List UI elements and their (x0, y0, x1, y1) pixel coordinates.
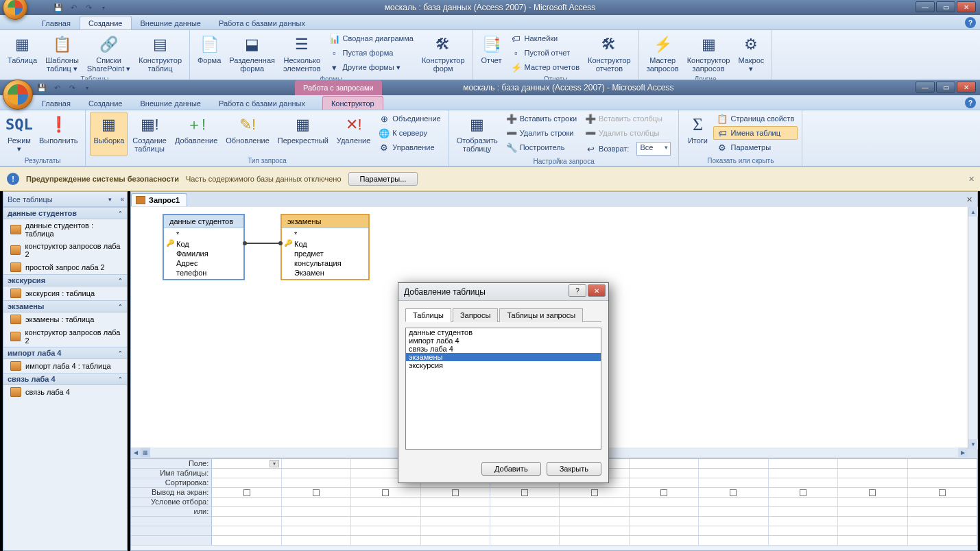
tab-dbtools[interactable]: Работа с базами данных (210, 96, 314, 110)
nav-item[interactable]: конструктор запросов лаба 2 (3, 240, 127, 260)
qbe-cell[interactable] (908, 507, 977, 516)
qbe-cell[interactable] (769, 536, 838, 545)
dialog-add-button[interactable]: Добавить (481, 462, 541, 476)
rb-report-ctor[interactable]: 🛠Конструктор отчетов (584, 32, 634, 75)
qbe-cell[interactable] (838, 459, 907, 468)
checkbox[interactable] (660, 489, 667, 496)
dialog-list-item[interactable]: данные студентов (406, 328, 601, 336)
qbe-cell[interactable] (212, 469, 281, 478)
qbe-cell[interactable] (630, 459, 699, 468)
rb-repwizard[interactable]: ⚡Мастер отчетов (507, 60, 583, 74)
close-bg[interactable]: ✕ (957, 1, 976, 12)
qbe-cell[interactable] (838, 498, 907, 506)
doc-close[interactable]: ✕ (964, 194, 975, 205)
qbe-cell[interactable] (699, 488, 768, 497)
nav-item[interactable]: данные студентов : таблица (3, 219, 127, 240)
qbe-cell[interactable] (490, 507, 560, 516)
min-fg[interactable]: — (916, 82, 935, 93)
rb-builder[interactable]: 🔧Построитель (503, 140, 580, 154)
rb-crosstab[interactable]: ▦Перекрестный (274, 112, 332, 156)
qbe-cell[interactable] (212, 507, 281, 516)
qbe-cell[interactable] (212, 517, 281, 526)
qbe-cell[interactable] (560, 507, 629, 516)
rb-table[interactable]: ▦Таблица (4, 32, 40, 75)
rb-pivot[interactable]: 📊Сводная диаграмма (326, 32, 417, 45)
vscroll[interactable]: ▲ ▼ (968, 207, 977, 449)
checkbox[interactable] (243, 489, 250, 496)
checkbox[interactable] (939, 489, 946, 496)
qbe-cell[interactable] (490, 498, 560, 506)
qbe-cell[interactable] (838, 526, 907, 535)
vscroll-down[interactable]: ▼ (968, 439, 978, 449)
dialog-list-item[interactable]: экскурсия (406, 361, 601, 369)
office-button[interactable] (3, 79, 33, 110)
help-bg[interactable]: ? (965, 17, 976, 28)
qat-dd[interactable]: ▾ (81, 82, 93, 94)
qbe-cell[interactable] (282, 488, 351, 497)
qbe-cell[interactable] (421, 488, 490, 497)
qbe-cell[interactable] (630, 478, 699, 487)
qbe-cell[interactable] (769, 526, 838, 535)
table-field[interactable]: * (164, 230, 243, 239)
qbe-cell[interactable] (769, 478, 838, 487)
rb-propsheet[interactable]: 📋Страница свойств (713, 112, 798, 125)
relation-line[interactable] (245, 243, 280, 244)
nav-collapse-icon[interactable]: « (120, 195, 124, 203)
qbe-cell[interactable] (838, 507, 907, 516)
qbe-cell[interactable] (282, 517, 351, 526)
rb-qwizard[interactable]: ⚡Мастер запросов (643, 32, 682, 75)
table-box[interactable]: экзамены*КодпредметконсультацияЭкзамен (280, 214, 370, 280)
qbe-cell[interactable] (212, 536, 281, 545)
hscroll-left[interactable]: ◀ (131, 448, 141, 457)
max-bg[interactable]: ▭ (936, 1, 955, 12)
qbe-cell[interactable] (421, 517, 490, 526)
help-fg[interactable]: ? (965, 97, 976, 108)
qbe-cell[interactable] (769, 488, 838, 497)
rb-params[interactable]: ⚙Параметры (713, 140, 798, 154)
table-box[interactable]: данные студентов*КодФамилияАдрестелефон (163, 214, 245, 280)
tab-bg-dbtools[interactable]: Работа с базами данных (210, 16, 314, 29)
table-field[interactable]: Экзамен (282, 268, 368, 278)
dialog-tab[interactable]: Таблицы (405, 308, 451, 322)
qbe-cell[interactable] (908, 469, 977, 478)
nav-cat[interactable]: связь лаба 4⌃ (3, 373, 127, 385)
qat-undo[interactable]: ↶ (51, 82, 63, 94)
qbe-cell[interactable] (769, 517, 838, 526)
qbe-cell[interactable] (351, 526, 420, 535)
dialog-close-x[interactable]: ✕ (588, 284, 606, 297)
dialog-list-item[interactable]: связь лаба 4 (406, 345, 601, 353)
qbe-cell[interactable] (560, 536, 629, 545)
qbe-cell[interactable] (351, 507, 420, 516)
qbe-cell[interactable] (351, 536, 420, 545)
rb-report[interactable]: 📑Отчет (477, 32, 506, 75)
qbe-cell[interactable] (908, 526, 977, 535)
qbe-cell[interactable] (838, 488, 907, 497)
rb-macro[interactable]: ⚙Макрос ▾ (734, 32, 767, 75)
qbe-cell[interactable] (699, 517, 768, 526)
dialog-close-button[interactable]: Закрыть (547, 462, 601, 476)
qbe-cell[interactable] (282, 526, 351, 535)
qat-dd-bg[interactable]: ▾ (97, 1, 110, 14)
checkbox[interactable] (800, 489, 806, 496)
qbe-cell[interactable] (769, 469, 838, 478)
qat-save[interactable]: 💾 (36, 82, 48, 94)
qbe-cell[interactable] (490, 536, 560, 545)
tab-create[interactable]: Создание (80, 96, 132, 110)
table-field[interactable]: предмет (282, 249, 368, 258)
nav-cat[interactable]: экзамены⌃ (3, 300, 127, 313)
rb-update[interactable]: ✎!Обновление (222, 112, 273, 156)
qbe-cell[interactable] (212, 498, 281, 506)
dialog-tab[interactable]: Таблицы и запросы (499, 308, 583, 322)
vscroll-up[interactable]: ▲ (968, 207, 978, 217)
rb-blankform[interactable]: ▫Пустая форма (326, 46, 417, 60)
table-field[interactable]: Код (164, 239, 243, 249)
checkbox[interactable] (313, 489, 320, 496)
checkbox[interactable] (869, 489, 876, 496)
tab-home[interactable]: Главная (33, 96, 80, 110)
qbe-cell[interactable] (630, 488, 699, 497)
checkbox[interactable] (591, 489, 598, 496)
rb-sharepoint[interactable]: 🔗Списки SharePoint ▾ (84, 32, 134, 75)
nav-cat[interactable]: данные студентов⌃ (3, 207, 127, 219)
qbe-cell[interactable] (699, 536, 768, 545)
return-combo[interactable]: Все (636, 142, 671, 156)
